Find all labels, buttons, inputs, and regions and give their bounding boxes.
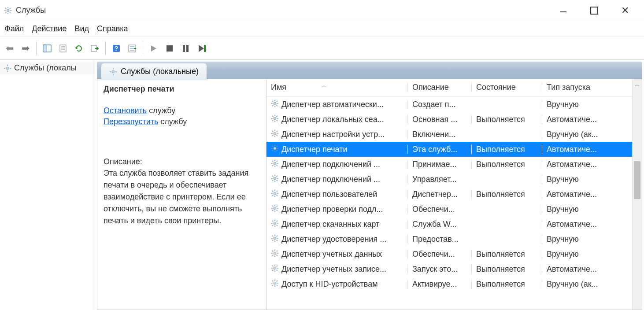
stop-service-button[interactable] <box>163 41 177 55</box>
service-row[interactable]: Диспетчер автоматически...Создает п...Вр… <box>266 97 632 112</box>
tree-root-item[interactable]: Службы (локалы <box>0 62 95 74</box>
tab-services-local[interactable]: Службы (локальные) <box>101 63 207 81</box>
gear-icon <box>271 114 279 125</box>
service-row[interactable]: Диспетчер печатиЭта служб...ВыполняетсяА… <box>266 142 632 157</box>
service-row[interactable]: Диспетчер удостоверения ...Предостав...В… <box>266 232 632 247</box>
stop-service-link[interactable]: Остановить <box>104 106 147 115</box>
svg-line-130 <box>277 251 278 251</box>
minimize-button[interactable] <box>548 3 579 18</box>
service-row[interactable]: Доступ к HID-устройствамАктивируе...Выпо… <box>266 277 632 292</box>
service-description: Обеспечи... <box>407 205 471 214</box>
service-row[interactable]: Диспетчер пользователейДиспетчер...Выпол… <box>266 187 632 202</box>
svg-line-91 <box>272 191 273 192</box>
service-name: Диспетчер учетных записе... <box>281 265 386 274</box>
content-header: Службы (локальные) <box>97 62 642 79</box>
arrow-left-icon: ⬅ <box>6 43 14 54</box>
window-title: Службы <box>16 6 548 15</box>
service-name: Диспетчер автоматически... <box>281 100 384 109</box>
svg-line-48 <box>272 120 273 121</box>
start-service-button[interactable] <box>147 41 161 55</box>
service-row[interactable]: Диспетчер настройки устр...Включени...Вр… <box>266 127 632 142</box>
export-list-button[interactable] <box>88 41 102 55</box>
svg-point-104 <box>274 222 276 225</box>
svg-line-39 <box>272 105 273 106</box>
service-row[interactable]: Диспетчер подключений ...Управляет...Вру… <box>266 172 632 187</box>
service-name: Диспетчер печати <box>281 145 348 154</box>
gear-icon <box>271 264 279 274</box>
gear-icon <box>4 64 11 72</box>
svg-line-40 <box>277 101 278 102</box>
scrollbar-thumb[interactable] <box>634 161 640 199</box>
back-button[interactable]: ⬅ <box>3 41 17 55</box>
service-row[interactable]: Диспетчер проверки подл...Обеспечи...Вру… <box>266 202 632 217</box>
svg-point-122 <box>274 252 276 255</box>
window-controls: ✕ <box>548 3 640 18</box>
menu-view[interactable]: Вид <box>74 24 89 33</box>
maximize-button[interactable] <box>579 3 610 18</box>
column-startup[interactable]: Тип запуска <box>542 83 618 92</box>
svg-line-139 <box>277 266 278 266</box>
service-startup-type: Автоматиче... <box>542 145 618 154</box>
service-description: Включени... <box>407 130 471 139</box>
service-description: Предостав... <box>407 235 471 244</box>
service-description: Запуск это... <box>407 265 471 274</box>
service-description: Активируе... <box>407 280 471 289</box>
service-description: Обеспечи... <box>407 250 471 259</box>
service-startup-type: Автоматиче... <box>542 220 618 229</box>
restart-service-link[interactable]: Перезапустить <box>104 117 158 126</box>
column-name[interactable]: Имя︿ <box>266 83 407 92</box>
service-row[interactable]: Диспетчер учетных данныхОбеспечи...Выпол… <box>266 247 632 262</box>
show-hide-tree-button[interactable] <box>40 41 54 55</box>
service-startup-type: Вручную <box>542 175 618 184</box>
menu-action[interactable]: Действие <box>32 24 67 33</box>
view-details-button[interactable] <box>125 41 139 55</box>
restart-icon <box>199 45 204 52</box>
properties-button[interactable] <box>56 41 70 55</box>
gear-icon <box>271 129 279 140</box>
service-startup-type: Вручную (ак... <box>542 280 618 289</box>
vertical-scrollbar[interactable]: ︿ <box>632 79 642 310</box>
service-list: Имя︿ Описание Состояние Тип запуска Дисп… <box>266 79 632 310</box>
svg-point-27 <box>112 70 115 73</box>
service-startup-type: Вручную <box>542 100 618 109</box>
play-icon <box>150 45 157 52</box>
svg-line-37 <box>272 101 273 102</box>
separator <box>143 42 143 55</box>
service-description: Служба W... <box>407 220 471 229</box>
service-state: Выполняется <box>471 280 542 289</box>
list-header: Имя︿ Описание Состояние Тип запуска <box>266 79 632 97</box>
svg-line-110 <box>277 225 278 225</box>
service-row[interactable]: Диспетчер скачанных картСлужба W...Автом… <box>266 217 632 232</box>
service-row[interactable]: Диспетчер учетных записе...Запуск это...… <box>266 262 632 277</box>
forward-button[interactable]: ➡ <box>19 41 33 55</box>
service-state: Выполняется <box>471 115 542 124</box>
menu-file[interactable]: Файл <box>4 24 24 33</box>
menu-help[interactable]: Справка <box>97 24 128 33</box>
column-description[interactable]: Описание <box>407 83 471 92</box>
svg-line-57 <box>272 135 273 136</box>
close-button[interactable]: ✕ <box>610 3 640 18</box>
svg-line-145 <box>272 280 273 281</box>
svg-line-66 <box>272 150 273 151</box>
service-row[interactable]: Диспетчер подключений ...Принимае...Выпо… <box>266 157 632 172</box>
service-row[interactable]: Диспетчер локальных сеа...Основная ...Вы… <box>266 112 632 127</box>
service-word: службу <box>149 106 175 115</box>
restart-service-button[interactable] <box>194 41 208 55</box>
column-state[interactable]: Состояние <box>471 83 542 92</box>
content-body: Диспетчер печати Остановить службу Перез… <box>97 79 642 310</box>
pause-service-button[interactable] <box>178 41 192 55</box>
service-name: Диспетчер проверки подл... <box>281 205 383 214</box>
svg-point-0 <box>7 9 9 12</box>
svg-line-101 <box>277 210 278 210</box>
refresh-icon <box>74 44 84 53</box>
svg-point-41 <box>274 117 276 120</box>
svg-line-136 <box>272 266 273 266</box>
titlebar[interactable]: Службы ✕ <box>0 0 644 21</box>
refresh-button[interactable] <box>72 41 86 55</box>
tree-pane: Службы (локалы <box>0 60 95 310</box>
svg-line-109 <box>272 221 273 221</box>
svg-line-120 <box>272 240 273 240</box>
gear-icon <box>271 279 279 289</box>
service-startup-type: Вручную <box>542 205 618 214</box>
help-button[interactable]: ? <box>109 41 123 55</box>
